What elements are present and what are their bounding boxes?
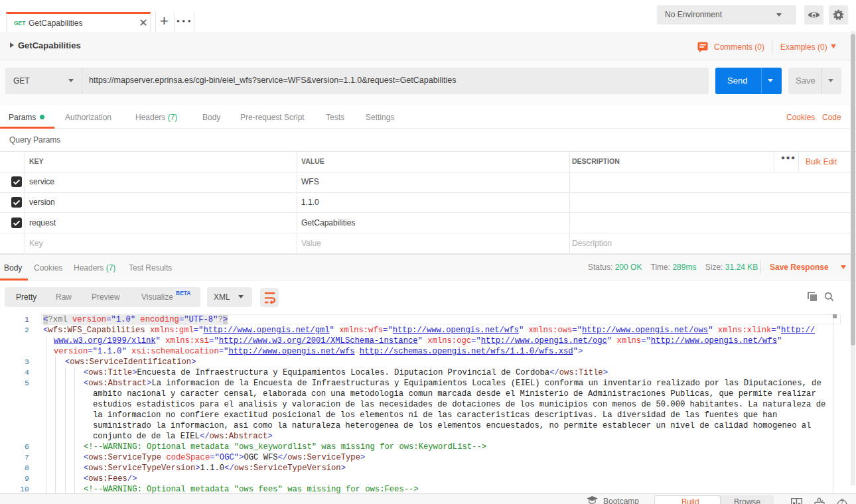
svg-text:?: ? <box>840 499 844 504</box>
